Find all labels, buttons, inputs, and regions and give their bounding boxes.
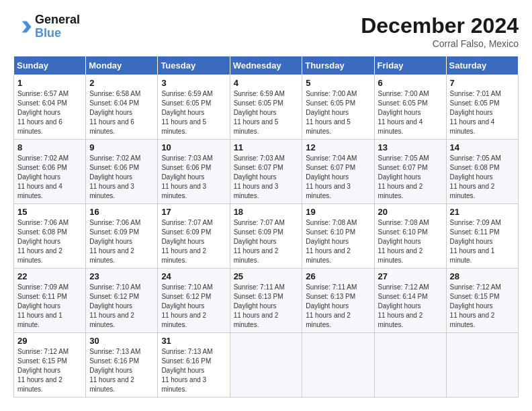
calendar-cell: 21Sunrise: 7:09 AMSunset: 6:11 PMDayligh… xyxy=(446,204,518,269)
day-number: 24 xyxy=(161,271,226,281)
calendar-cell: 9Sunrise: 7:02 AMSunset: 6:06 PMDaylight… xyxy=(86,140,158,204)
day-number: 31 xyxy=(161,336,226,346)
day-detail: Sunrise: 6:58 AMSunset: 6:04 PMDaylight … xyxy=(89,89,154,136)
day-detail: Sunrise: 7:07 AMSunset: 6:09 PMDaylight … xyxy=(161,218,226,265)
day-detail: Sunrise: 7:10 AMSunset: 6:12 PMDaylight … xyxy=(161,283,226,330)
day-number: 28 xyxy=(450,271,515,281)
col-sunday: Sunday xyxy=(14,56,86,75)
day-detail: Sunrise: 7:09 AMSunset: 6:11 PMDaylight … xyxy=(450,218,515,265)
calendar-cell: 18Sunrise: 7:07 AMSunset: 6:09 PMDayligh… xyxy=(230,204,302,269)
calendar-cell: 3Sunrise: 6:59 AMSunset: 6:05 PMDaylight… xyxy=(158,75,230,140)
calendar-header-row: Sunday Monday Tuesday Wednesday Thursday… xyxy=(14,56,519,75)
day-detail: Sunrise: 7:08 AMSunset: 6:10 PMDaylight … xyxy=(306,218,370,265)
day-detail: Sunrise: 7:08 AMSunset: 6:10 PMDaylight … xyxy=(378,218,443,265)
day-detail: Sunrise: 7:12 AMSunset: 6:14 PMDaylight … xyxy=(378,283,443,330)
day-number: 22 xyxy=(17,271,82,281)
day-number: 11 xyxy=(234,142,299,152)
calendar-cell: 1Sunrise: 6:57 AMSunset: 6:04 PMDaylight… xyxy=(14,75,86,140)
day-number: 1 xyxy=(17,78,82,88)
calendar-cell: 14Sunrise: 7:05 AMSunset: 6:08 PMDayligh… xyxy=(446,140,518,204)
logo-text: General Blue xyxy=(35,13,80,40)
day-detail: Sunrise: 7:03 AMSunset: 6:07 PMDaylight … xyxy=(234,154,299,201)
calendar-cell: 6Sunrise: 7:00 AMSunset: 6:05 PMDaylight… xyxy=(374,75,446,140)
day-number: 19 xyxy=(306,207,370,217)
day-number: 18 xyxy=(234,207,299,217)
day-number: 20 xyxy=(378,207,443,217)
calendar-cell: 25Sunrise: 7:11 AMSunset: 6:13 PMDayligh… xyxy=(230,269,302,333)
day-number: 6 xyxy=(378,78,443,88)
calendar-cell: 10Sunrise: 7:03 AMSunset: 6:06 PMDayligh… xyxy=(158,140,230,204)
col-wednesday: Wednesday xyxy=(230,56,302,75)
day-number: 2 xyxy=(89,78,154,88)
col-friday: Friday xyxy=(374,56,446,75)
day-number: 26 xyxy=(306,271,370,281)
calendar-week-5: 29Sunrise: 7:12 AMSunset: 6:15 PMDayligh… xyxy=(14,333,519,398)
calendar-cell: 31Sunrise: 7:13 AMSunset: 6:16 PMDayligh… xyxy=(158,333,230,398)
day-detail: Sunrise: 7:10 AMSunset: 6:12 PMDaylight … xyxy=(89,283,154,330)
day-detail: Sunrise: 7:04 AMSunset: 6:07 PMDaylight … xyxy=(306,154,370,201)
calendar-cell xyxy=(374,333,446,398)
calendar-cell: 24Sunrise: 7:10 AMSunset: 6:12 PMDayligh… xyxy=(158,269,230,333)
col-monday: Monday xyxy=(86,56,158,75)
calendar-cell: 19Sunrise: 7:08 AMSunset: 6:10 PMDayligh… xyxy=(302,204,374,269)
calendar-week-1: 1Sunrise: 6:57 AMSunset: 6:04 PMDaylight… xyxy=(14,75,519,140)
day-number: 15 xyxy=(17,207,82,217)
title-block: December 2024 Corral Falso, Mexico xyxy=(361,13,519,49)
day-detail: Sunrise: 7:07 AMSunset: 6:09 PMDaylight … xyxy=(234,218,299,265)
calendar-cell xyxy=(302,333,374,398)
calendar-cell: 29Sunrise: 7:12 AMSunset: 6:15 PMDayligh… xyxy=(14,333,86,398)
day-number: 3 xyxy=(161,78,226,88)
calendar-cell: 22Sunrise: 7:09 AMSunset: 6:11 PMDayligh… xyxy=(14,269,86,333)
day-number: 10 xyxy=(161,142,226,152)
day-number: 5 xyxy=(306,78,370,88)
day-detail: Sunrise: 7:06 AMSunset: 6:09 PMDaylight … xyxy=(89,218,154,265)
day-detail: Sunrise: 7:05 AMSunset: 6:08 PMDaylight … xyxy=(450,154,515,201)
calendar-cell xyxy=(230,333,302,398)
day-number: 29 xyxy=(17,336,82,346)
calendar-cell: 12Sunrise: 7:04 AMSunset: 6:07 PMDayligh… xyxy=(302,140,374,204)
day-detail: Sunrise: 7:03 AMSunset: 6:06 PMDaylight … xyxy=(161,154,226,201)
month-title: December 2024 xyxy=(361,13,519,38)
day-detail: Sunrise: 7:02 AMSunset: 6:06 PMDaylight … xyxy=(17,154,82,201)
day-detail: Sunrise: 7:13 AMSunset: 6:16 PMDaylight … xyxy=(89,347,154,394)
calendar-cell: 16Sunrise: 7:06 AMSunset: 6:09 PMDayligh… xyxy=(86,204,158,269)
day-number: 7 xyxy=(450,78,515,88)
day-detail: Sunrise: 6:59 AMSunset: 6:05 PMDaylight … xyxy=(161,89,226,136)
day-detail: Sunrise: 6:57 AMSunset: 6:04 PMDaylight … xyxy=(17,89,82,136)
day-detail: Sunrise: 7:01 AMSunset: 6:05 PMDaylight … xyxy=(450,89,515,136)
calendar-cell: 5Sunrise: 7:00 AMSunset: 6:05 PMDaylight… xyxy=(302,75,374,140)
page-header: General Blue December 2024 Corral Falso,… xyxy=(13,13,519,49)
calendar-cell: 4Sunrise: 6:59 AMSunset: 6:05 PMDaylight… xyxy=(230,75,302,140)
day-number: 4 xyxy=(234,78,299,88)
day-number: 8 xyxy=(17,142,82,152)
calendar-week-2: 8Sunrise: 7:02 AMSunset: 6:06 PMDaylight… xyxy=(14,140,519,204)
calendar-cell: 20Sunrise: 7:08 AMSunset: 6:10 PMDayligh… xyxy=(374,204,446,269)
calendar-cell: 28Sunrise: 7:12 AMSunset: 6:15 PMDayligh… xyxy=(446,269,518,333)
calendar-cell: 15Sunrise: 7:06 AMSunset: 6:08 PMDayligh… xyxy=(14,204,86,269)
day-number: 13 xyxy=(378,142,443,152)
day-number: 17 xyxy=(161,207,226,217)
day-detail: Sunrise: 7:00 AMSunset: 6:05 PMDaylight … xyxy=(378,89,443,136)
calendar-week-3: 15Sunrise: 7:06 AMSunset: 6:08 PMDayligh… xyxy=(14,204,519,269)
day-detail: Sunrise: 7:11 AMSunset: 6:13 PMDaylight … xyxy=(234,283,299,330)
calendar-cell: 13Sunrise: 7:05 AMSunset: 6:07 PMDayligh… xyxy=(374,140,446,204)
calendar-cell: 27Sunrise: 7:12 AMSunset: 6:14 PMDayligh… xyxy=(374,269,446,333)
day-number: 27 xyxy=(378,271,443,281)
day-number: 9 xyxy=(89,142,154,152)
calendar-cell xyxy=(446,333,518,398)
logo: General Blue xyxy=(13,13,80,40)
col-thursday: Thursday xyxy=(302,56,374,75)
col-tuesday: Tuesday xyxy=(158,56,230,75)
location: Corral Falso, Mexico xyxy=(361,38,519,49)
day-detail: Sunrise: 7:06 AMSunset: 6:08 PMDaylight … xyxy=(17,218,82,265)
day-number: 30 xyxy=(89,336,154,346)
day-number: 16 xyxy=(89,207,154,217)
day-detail: Sunrise: 7:05 AMSunset: 6:07 PMDaylight … xyxy=(378,154,443,201)
day-detail: Sunrise: 6:59 AMSunset: 6:05 PMDaylight … xyxy=(234,89,299,136)
day-detail: Sunrise: 7:12 AMSunset: 6:15 PMDaylight … xyxy=(17,347,82,394)
calendar-cell: 2Sunrise: 6:58 AMSunset: 6:04 PMDaylight… xyxy=(86,75,158,140)
day-number: 12 xyxy=(306,142,370,152)
day-detail: Sunrise: 7:12 AMSunset: 6:15 PMDaylight … xyxy=(450,283,515,330)
svg-marker-0 xyxy=(22,21,32,32)
day-detail: Sunrise: 7:09 AMSunset: 6:11 PMDaylight … xyxy=(17,283,82,330)
